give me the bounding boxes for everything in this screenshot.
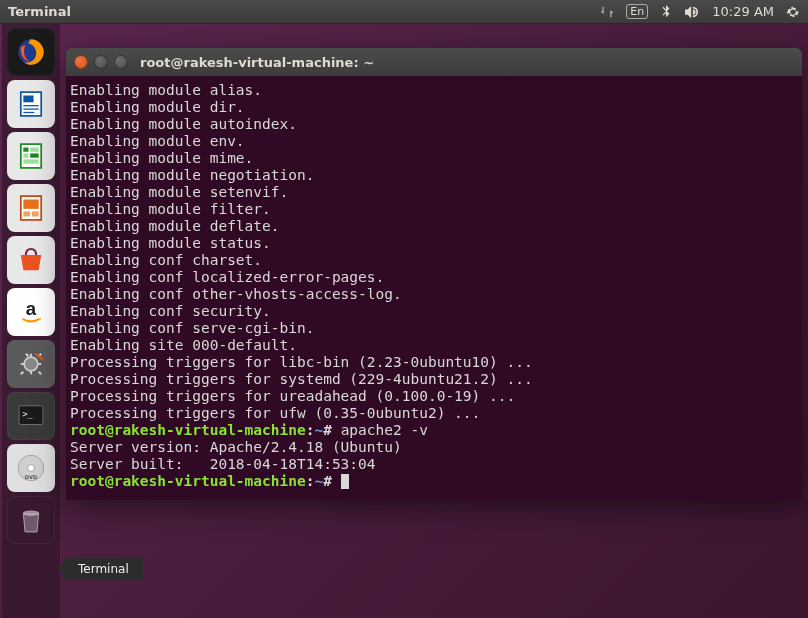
svg-point-24 xyxy=(23,511,38,515)
window-minimize-button[interactable] xyxy=(94,55,108,69)
clock[interactable]: 10:29 AM xyxy=(712,4,774,19)
svg-rect-2 xyxy=(23,96,33,103)
svg-point-22 xyxy=(28,465,35,472)
svg-rect-8 xyxy=(30,148,39,152)
svg-rect-11 xyxy=(23,159,38,163)
svg-text:DVD: DVD xyxy=(25,474,37,480)
terminal-line: Enabling module negotiation. xyxy=(70,167,314,183)
launcher-software-center[interactable] xyxy=(7,236,55,284)
top-panel: Terminal En 10:29 AM xyxy=(0,0,808,24)
terminal-line: Enabling conf other-vhosts-access-log. xyxy=(70,286,402,302)
terminal-line: Enabling module deflate. xyxy=(70,218,280,234)
gear-icon[interactable] xyxy=(786,5,800,19)
prompt-path: ~ xyxy=(314,473,323,489)
svg-text:a: a xyxy=(26,298,37,319)
terminal-cursor xyxy=(341,474,349,489)
svg-rect-10 xyxy=(30,153,39,157)
svg-rect-7 xyxy=(23,148,28,152)
launcher-dvd[interactable]: DVD xyxy=(7,444,55,492)
unity-launcher: a >_ DVD xyxy=(2,24,60,618)
terminal-line: Enabling conf localized-error-pages. xyxy=(70,269,384,285)
terminal-line: Enabling module env. xyxy=(70,133,245,149)
terminal-line: Enabling module autoindex. xyxy=(70,116,297,132)
terminal-line: Processing triggers for ufw (0.35-0ubunt… xyxy=(70,405,480,421)
terminal-line: Processing triggers for ureadahead (0.10… xyxy=(70,388,515,404)
terminal-title: root@rakesh-virtual-machine: ~ xyxy=(140,55,374,70)
launcher-tooltip: Terminal xyxy=(64,558,143,580)
terminal-line: Enabling conf serve-cgi-bin. xyxy=(70,320,314,336)
network-icon[interactable] xyxy=(600,5,614,19)
launcher-settings[interactable] xyxy=(7,340,55,388)
terminal-line: Enabling module setenvif. xyxy=(70,184,288,200)
terminal-window: root@rakesh-virtual-machine: ~ Enabling … xyxy=(66,48,802,500)
launcher-firefox[interactable] xyxy=(7,28,55,76)
launcher-terminal[interactable]: >_ xyxy=(7,392,55,440)
window-close-button[interactable] xyxy=(74,55,88,69)
terminal-line: Enabling site 000-default. xyxy=(70,337,297,353)
svg-text:>_: >_ xyxy=(23,409,34,419)
bluetooth-icon[interactable] xyxy=(660,5,672,19)
prompt-path: ~ xyxy=(314,422,323,438)
terminal-titlebar[interactable]: root@rakesh-virtual-machine: ~ xyxy=(66,48,802,76)
terminal-line: Processing triggers for systemd (229-4ub… xyxy=(70,371,533,387)
svg-point-17 xyxy=(24,357,38,371)
launcher-amazon[interactable]: a xyxy=(7,288,55,336)
terminal-line: Enabling module alias. xyxy=(70,82,262,98)
prompt-command: apache2 -v xyxy=(332,422,428,438)
terminal-line: Enabling conf charset. xyxy=(70,252,262,268)
terminal-line: Enabling module dir. xyxy=(70,99,245,115)
launcher-calc[interactable] xyxy=(7,132,55,180)
terminal-line: Enabling module mime. xyxy=(70,150,253,166)
active-app-name: Terminal xyxy=(8,4,71,19)
prompt-user: root@rakesh-virtual-machine xyxy=(70,473,306,489)
terminal-line: Enabling module status. xyxy=(70,235,271,251)
launcher-impress[interactable] xyxy=(7,184,55,232)
launcher-trash[interactable] xyxy=(7,496,55,544)
terminal-line: Server built: 2018-04-18T14:53:04 xyxy=(70,456,376,472)
terminal-line: Processing triggers for libc-bin (2.23-0… xyxy=(70,354,533,370)
svg-rect-14 xyxy=(23,211,30,216)
svg-rect-9 xyxy=(23,153,28,157)
terminal-line: Server version: Apache/2.4.18 (Ubuntu) xyxy=(70,439,402,455)
terminal-output[interactable]: Enabling module alias. Enabling module d… xyxy=(66,76,802,500)
window-maximize-button[interactable] xyxy=(114,55,128,69)
keyboard-lang-indicator[interactable]: En xyxy=(626,4,648,19)
terminal-line: Enabling module filter. xyxy=(70,201,271,217)
volume-icon[interactable] xyxy=(684,5,700,19)
terminal-line: Enabling conf security. xyxy=(70,303,271,319)
svg-rect-15 xyxy=(32,211,39,216)
svg-rect-13 xyxy=(23,200,38,209)
prompt-user: root@rakesh-virtual-machine xyxy=(70,422,306,438)
launcher-writer[interactable] xyxy=(7,80,55,128)
